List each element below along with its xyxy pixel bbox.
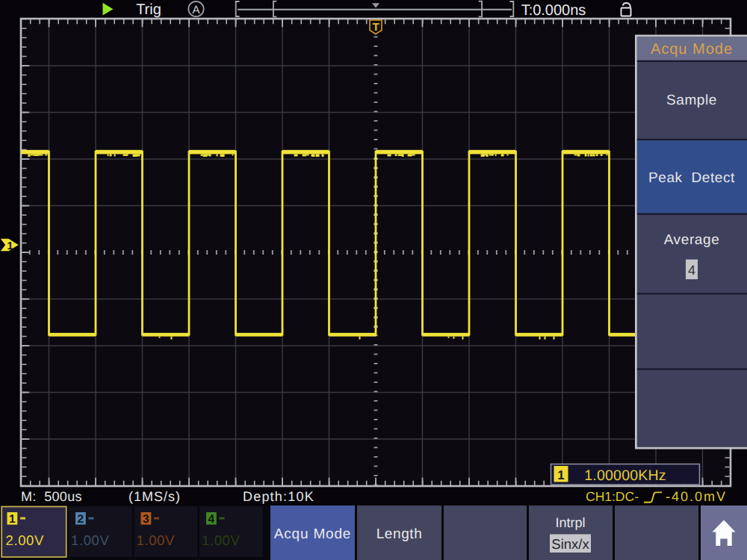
svg-text:1.00000KHz: 1.00000KHz xyxy=(584,467,666,484)
svg-text:1.00V: 1.00V xyxy=(71,532,109,548)
svg-text:1.00V: 1.00V xyxy=(202,532,240,548)
svg-text:3: 3 xyxy=(143,513,149,526)
svg-text:A: A xyxy=(192,4,199,16)
svg-text:Sample: Sample xyxy=(666,93,717,108)
svg-text:2: 2 xyxy=(78,513,84,526)
svg-text:4: 4 xyxy=(688,263,695,278)
svg-text:Peak Detect: Peak Detect xyxy=(648,170,735,186)
svg-text:1: 1 xyxy=(9,513,16,526)
svg-text:Sinx/x: Sinx/x xyxy=(551,536,589,552)
svg-text:4: 4 xyxy=(208,513,215,526)
svg-text:Trig: Trig xyxy=(136,1,161,18)
svg-text:CH1:DC-: CH1:DC- xyxy=(586,489,639,504)
svg-text:Average: Average xyxy=(664,232,720,248)
svg-text:T: T xyxy=(373,22,379,34)
svg-text:M: 500us: M: 500us xyxy=(21,489,82,504)
svg-text:Acqu Mode: Acqu Mode xyxy=(651,41,733,57)
svg-text:-40.0mV: -40.0mV xyxy=(666,489,727,504)
svg-text:1.00V: 1.00V xyxy=(137,532,175,548)
svg-text:Acqu Mode: Acqu Mode xyxy=(274,526,351,542)
svg-text:(1MS/s): (1MS/s) xyxy=(128,489,181,504)
svg-text:Length: Length xyxy=(376,526,423,542)
svg-text:2.00V: 2.00V xyxy=(6,532,44,548)
svg-text:1: 1 xyxy=(557,468,564,482)
svg-text:1: 1 xyxy=(7,240,13,252)
svg-text:T:0.000ns: T:0.000ns xyxy=(521,2,586,19)
svg-text:Intrpl: Intrpl xyxy=(555,515,585,530)
svg-text:Depth:10K: Depth:10K xyxy=(243,489,314,504)
